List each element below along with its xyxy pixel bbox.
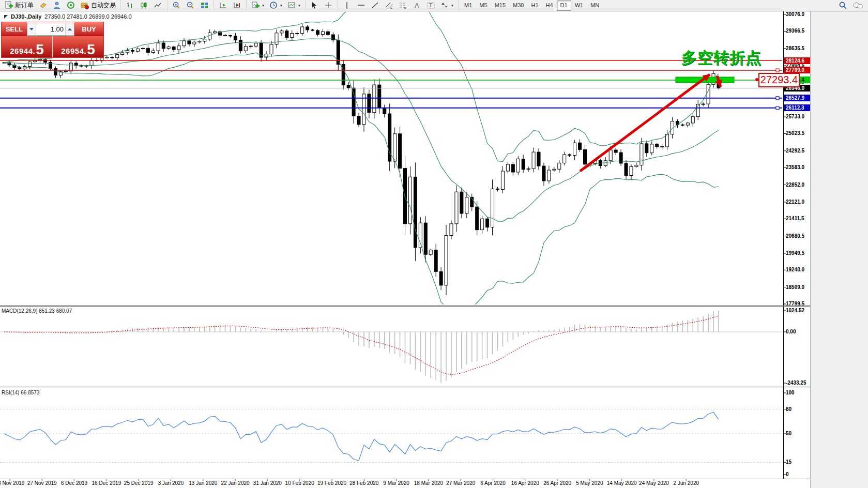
price-tick-label: 23583.0	[786, 164, 804, 170]
price-level-chip: 28124.6	[784, 57, 810, 64]
price-tick-label: 19949.5	[786, 250, 804, 256]
price-level-chip: 26112.3	[784, 104, 810, 111]
date-label: 6 Apr 2020	[480, 480, 505, 486]
price-tick-label: 18509.0	[786, 284, 804, 290]
price-tick-label: 28635.5	[786, 45, 804, 51]
date-label: 3 Jan 2020	[158, 480, 184, 486]
chart-canvas[interactable]	[0, 0, 868, 488]
macd-axis-label: 1024.52	[786, 308, 804, 313]
macd-axis-label: 0.00	[786, 329, 796, 334]
price-tick-label: 24292.5	[786, 148, 804, 154]
date-label: 26 Apr 2020	[543, 480, 571, 486]
ask-price-pip: 5	[87, 44, 95, 55]
price-callout-box[interactable]: 27293.4	[758, 73, 800, 87]
volume-increase-button[interactable]	[65, 23, 74, 35]
rsi-axis-label: 0	[786, 471, 789, 477]
ask-price-panel[interactable]: 26954. 5	[53, 36, 103, 57]
price-level-chip: 26527.9	[784, 95, 810, 101]
trading-platform-window: 新订单 自动交易	[0, 0, 868, 488]
date-label: 24 May 2020	[639, 480, 669, 486]
chart-title: DJ30-,Daily 27350.0 27481.0 26899.0 2694…	[4, 13, 132, 20]
rsi-axis-label: 100	[786, 390, 795, 395]
volume-stepper: 1.00	[27, 23, 74, 36]
date-label: 10 Feb 2020	[285, 480, 314, 486]
price-tick-label: 29366.5	[786, 28, 804, 34]
bid-price: 26944.	[10, 47, 35, 55]
date-label: 18 Mar 2020	[414, 480, 443, 486]
collapse-triangle-icon[interactable]	[4, 15, 8, 19]
date-label: 16 Apr 2020	[511, 480, 539, 486]
date-label: 31 Jan 2020	[253, 480, 282, 486]
macd-indicator-label: MACD(12,26,9) 851.23 680.07	[2, 308, 72, 314]
symbol-period-label: DJ30-,Daily	[11, 13, 41, 20]
date-label: 19 Feb 2020	[317, 480, 346, 486]
price-tick-label: 19240.0	[786, 267, 804, 272]
price-tick-label: 20680.5	[786, 233, 804, 239]
workspace-gutter	[810, 11, 868, 488]
date-label: 5 May 2020	[576, 480, 603, 486]
ask-price: 26954.	[61, 47, 86, 55]
triangle-down-icon	[29, 28, 34, 30]
date-label: 9 Mar 2020	[383, 480, 409, 486]
bid-price-pip: 5	[36, 44, 44, 55]
bid-price-panel[interactable]: 26944. 5	[2, 36, 53, 57]
macd-axis-label: -2433.25	[786, 380, 806, 386]
volume-value[interactable]: 1.00	[36, 23, 65, 35]
price-tick-label: 22852.0	[786, 182, 804, 188]
volume-decrease-button[interactable]	[27, 23, 36, 35]
date-label: 28 Feb 2020	[349, 480, 378, 486]
date-label: 6 Dec 2019	[61, 480, 87, 486]
date-label: 18 Nov 2019	[0, 480, 24, 486]
date-label: 27 Mar 2020	[446, 480, 475, 486]
one-click-trading-panel: SELL 1.00 BUY 26944. 5 26954. 5	[1, 22, 104, 58]
rsi-axis-label: 15	[786, 459, 791, 465]
price-tick-label: 22121.0	[786, 199, 804, 205]
date-label: 22 Jan 2020	[221, 480, 250, 486]
price-tick-label: 30076.0	[786, 11, 804, 17]
sell-button[interactable]: SELL	[2, 22, 27, 36]
date-label: 13 Jan 2020	[189, 480, 217, 486]
turning-point-annotation[interactable]: 多空转折点	[681, 48, 762, 69]
price-tick-label: 25023.5	[786, 130, 804, 136]
rsi-indicator-label: RSI(14) 66.8573	[2, 390, 39, 395]
price-tick-label: 17799.5	[786, 301, 804, 307]
rsi-axis-label: 80	[786, 406, 791, 412]
date-label: 14 May 2020	[607, 480, 637, 486]
price-tick-label: 21411.5	[786, 216, 804, 221]
date-label: 16 Dec 2019	[92, 480, 121, 486]
triangle-up-icon	[68, 28, 72, 30]
rsi-axis-label: 50	[786, 431, 791, 436]
ohlc-values: 27350.0 27481.0 26899.0 26946.0	[44, 13, 131, 20]
buy-button[interactable]: BUY	[74, 22, 103, 36]
date-label: 25 Dec 2019	[124, 480, 154, 486]
price-tick-label: 25733.0	[786, 114, 804, 119]
date-label: 27 Nov 2019	[27, 480, 57, 486]
date-label: 2 Jun 2020	[674, 480, 699, 486]
